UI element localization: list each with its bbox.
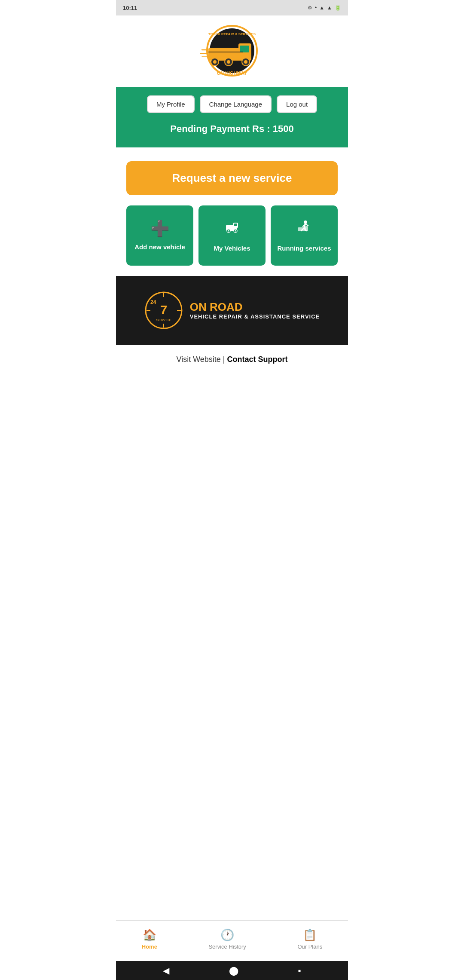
logo-svg: ON HIGHWAY TRUCK REPAIR & SERVICES <box>198 24 266 80</box>
footer-text: Visit Website | Contact Support <box>176 355 287 364</box>
bottom-nav: 🏠 Home 🕐 Service History 📋 Our Plans <box>116 920 348 961</box>
svg-point-23 <box>235 230 236 231</box>
android-back-button[interactable]: ◀ <box>163 965 169 976</box>
svg-rect-4 <box>240 46 249 52</box>
my-vehicles-label: My Vehicles <box>214 244 250 253</box>
running-services-label: Running services <box>277 244 331 253</box>
nav-home[interactable]: 🏠 Home <box>133 926 166 952</box>
banner-content: 24 7 SERVICE ON ROAD VEHICLE REPAIR & AS… <box>136 291 329 330</box>
request-service-button[interactable]: Request a new service <box>126 161 338 195</box>
add-vehicle-label: Add new vehicle <box>134 243 185 251</box>
battery-icon: 🔋 <box>335 5 341 11</box>
visit-website-link[interactable]: Visit Website | <box>176 355 227 364</box>
add-vehicle-card[interactable]: ➕ Add new vehicle <box>126 205 193 266</box>
our-plans-label: Our Plans <box>297 943 322 950</box>
svg-point-6 <box>213 60 217 64</box>
wifi-icon: ▲ <box>319 5 324 11</box>
banner-clock: 24 7 SERVICE <box>144 291 183 330</box>
banner-subtitle: VEHICLE REPAIR & ASSISTANCE SERVICE <box>190 313 320 320</box>
svg-text:7: 7 <box>160 303 167 317</box>
my-vehicles-icon <box>224 219 240 239</box>
header-section: My Profile Change Language Log out Pendi… <box>116 87 348 147</box>
log-out-button[interactable]: Log out <box>277 95 317 113</box>
header-buttons: My Profile Change Language Log out <box>126 95 338 113</box>
request-section: Request a new service <box>116 147 348 205</box>
running-services-card[interactable]: Running services <box>271 205 338 266</box>
svg-rect-31 <box>305 226 308 231</box>
home-label: Home <box>142 943 157 950</box>
status-time: 10:11 <box>123 5 137 11</box>
settings-icon: ⚙ <box>308 5 312 11</box>
svg-text:TRUCK REPAIR & SERVICES: TRUCK REPAIR & SERVICES <box>208 32 256 36</box>
nav-service-history[interactable]: 🕐 Service History <box>200 926 254 952</box>
android-nav-bar: ◀ ⬤ ▪ <box>116 961 348 980</box>
svg-text:ON HIGHWAY: ON HIGHWAY <box>217 70 247 76</box>
banner-text-area: ON ROAD VEHICLE REPAIR & ASSISTANCE SERV… <box>190 301 320 320</box>
add-vehicle-icon: ➕ <box>150 220 170 238</box>
running-services-icon <box>296 219 312 239</box>
svg-point-10 <box>244 60 247 64</box>
home-icon: 🏠 <box>143 928 156 942</box>
logo-area: ON HIGHWAY TRUCK REPAIR & SERVICES <box>116 15 348 87</box>
pending-payment-text: Pending Payment Rs : 1500 <box>126 123 338 135</box>
banner-title: ON ROAD <box>190 301 320 313</box>
svg-point-8 <box>227 60 230 64</box>
logo-container: ON HIGHWAY TRUCK REPAIR & SERVICES <box>198 24 266 80</box>
svg-point-21 <box>228 230 229 231</box>
cards-section: ➕ Add new vehicle My Vehicles <box>116 205 348 276</box>
android-recents-button[interactable]: ▪ <box>298 966 301 976</box>
svg-text:24: 24 <box>150 299 156 305</box>
nav-our-plans[interactable]: 📋 Our Plans <box>289 926 331 952</box>
our-plans-icon: 📋 <box>303 928 317 942</box>
footer-links: Visit Website | Contact Support <box>116 345 348 374</box>
service-history-label: Service History <box>208 943 246 950</box>
signal-icon: ▲ <box>327 5 332 11</box>
svg-line-29 <box>305 224 308 226</box>
status-bar: 10:11 ⚙ • ▲ ▲ 🔋 <box>116 0 348 15</box>
svg-rect-19 <box>234 224 237 226</box>
my-vehicles-card[interactable]: My Vehicles <box>198 205 266 266</box>
change-language-button[interactable]: Change Language <box>200 95 272 113</box>
contact-support-link[interactable]: Contact Support <box>227 355 288 364</box>
cards-grid: ➕ Add new vehicle My Vehicles <box>126 205 338 266</box>
svg-text:SERVICE: SERVICE <box>156 318 171 322</box>
banner-section: 24 7 SERVICE ON ROAD VEHICLE REPAIR & AS… <box>116 276 348 345</box>
android-home-button[interactable]: ⬤ <box>229 965 238 976</box>
status-icons: ⚙ • ▲ ▲ 🔋 <box>308 5 341 11</box>
my-profile-button[interactable]: My Profile <box>147 95 195 113</box>
service-history-icon: 🕐 <box>220 928 234 942</box>
dot-icon: • <box>315 5 317 11</box>
